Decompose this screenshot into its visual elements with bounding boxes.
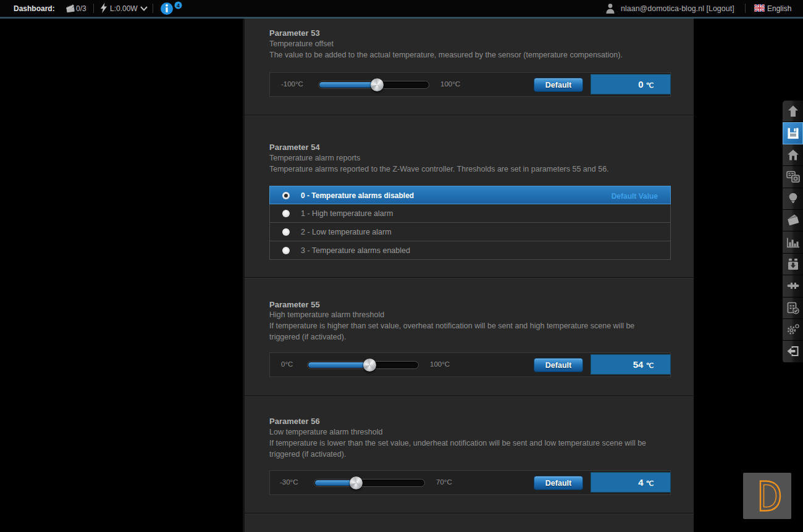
svg-text:4: 4 <box>177 2 180 9</box>
